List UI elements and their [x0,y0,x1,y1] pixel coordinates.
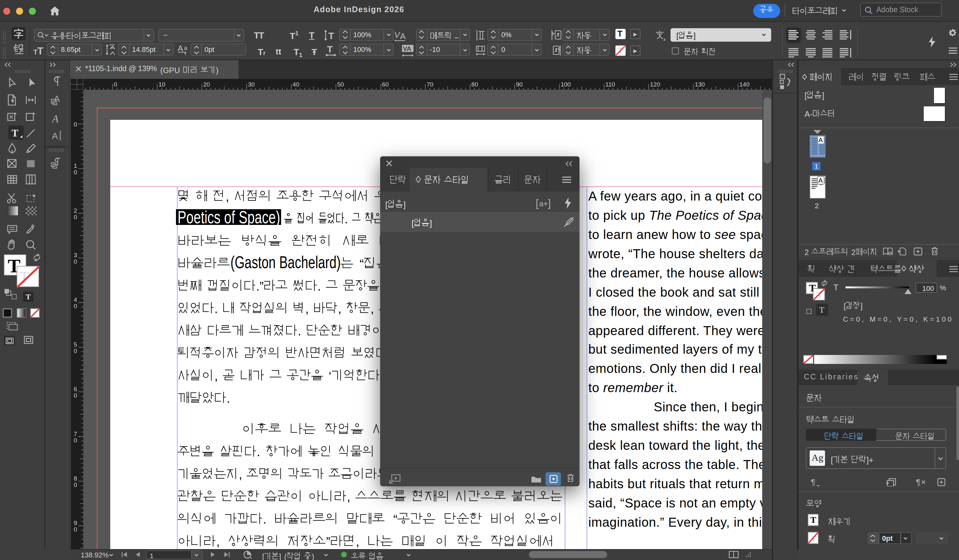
svg-text:,: , [226,190,229,204]
svg-text:[: [ [262,553,264,560]
svg-text:,: , [214,369,218,383]
svg-text:‘: ‘ [329,369,332,383]
svg-text:[: [ [411,218,414,228]
svg-text:.: . [257,445,260,459]
svg-text:“: “ [360,257,364,271]
svg-text:,: , [239,468,242,481]
svg-text:.: . [226,391,230,405]
svg-text:): ) [312,553,314,560]
svg-text:[: [ [804,91,807,100]
svg-text:[: [ [831,455,833,465]
svg-text:.: . [298,324,301,338]
svg-text:[: [ [844,302,846,311]
svg-text:”: ” [326,535,330,549]
svg-text:¶: ¶ [916,478,921,486]
svg-text:,: , [356,535,360,549]
svg-text:]: ] [403,200,405,210]
svg-text:.: . [214,302,218,315]
svg-text:]: ] [430,218,432,228]
svg-text:.: . [318,279,321,293]
svg-text:,: , [338,302,341,315]
svg-text:2: 2 [804,248,809,257]
svg-text:a+: a+ [539,199,548,208]
svg-text:]: ] [279,553,281,560]
svg-text:“: “ [393,512,397,526]
svg-text:]: ] [860,302,863,311]
svg-text:(Gaston Bachelard): (Gaston Bachelard) [231,253,341,272]
svg-text:Poetics of Space): Poetics of Space) [178,207,280,227]
svg-text:.: . [344,212,348,226]
svg-text:,: , [217,535,220,549]
svg-text:.”: .” [256,279,263,293]
svg-text:[: [ [385,200,388,210]
svg-text:(: ( [284,553,287,560]
svg-text:.: . [263,512,266,526]
svg-text:]+: ]+ [867,455,873,465]
svg-text:,: , [371,302,374,315]
svg-text:,: , [347,490,350,504]
svg-text:A-: A- [804,110,812,119]
svg-text:¶: ¶ [811,478,816,487]
svg-text:2: 2 [851,248,855,257]
svg-text:]: ] [822,91,824,100]
svg-text:,: , [306,302,309,315]
